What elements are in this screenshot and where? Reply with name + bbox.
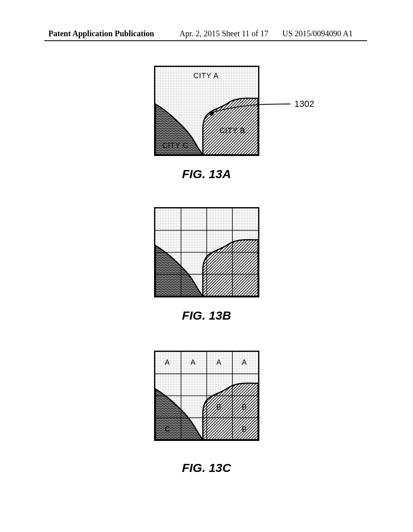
figure-13b-caption: FIG. 13B <box>0 309 413 322</box>
cell-r0c0: A <box>165 358 170 367</box>
cell-r3c3: B <box>242 425 247 434</box>
header-left: Patent Application Publication <box>48 29 154 38</box>
cell-r3c0: C <box>165 425 170 434</box>
header-right: US 2015/0094090 A1 <box>282 29 353 38</box>
figure-13a-caption: FIG. 13A <box>0 167 413 181</box>
callout-1302: 1302 <box>294 99 314 109</box>
figure-13a: CITY A CITY B CITY C 1302 FIG. 13A <box>0 66 413 181</box>
header-rule <box>44 40 367 41</box>
page: Patent Application Publication Apr. 2, 2… <box>0 0 413 532</box>
cell-r0c1: A <box>191 358 196 367</box>
label-city-a: CITY A <box>194 72 219 80</box>
cell-r0c3: A <box>242 358 247 367</box>
figure-13c-caption: FIG. 13C <box>0 461 413 475</box>
cell-r2c3: B <box>242 403 247 411</box>
point-1302 <box>210 112 214 116</box>
figure-13b: FIG. 13B <box>0 207 413 322</box>
label-city-c: CITY C <box>163 141 189 150</box>
figure-13c: A A A A B B C B FIG. 13C <box>0 351 413 475</box>
figure-13b-panel <box>154 207 259 297</box>
header-center: Apr. 2, 2015 Sheet 11 of 17 <box>179 29 268 38</box>
figure-13a-panel: CITY A CITY B CITY C <box>154 66 259 156</box>
figure-13c-panel: A A A A B B C B <box>154 351 259 441</box>
cell-r0c2: A <box>217 358 221 367</box>
label-city-b: CITY B <box>220 127 246 135</box>
cell-r2c2: B <box>217 403 221 411</box>
